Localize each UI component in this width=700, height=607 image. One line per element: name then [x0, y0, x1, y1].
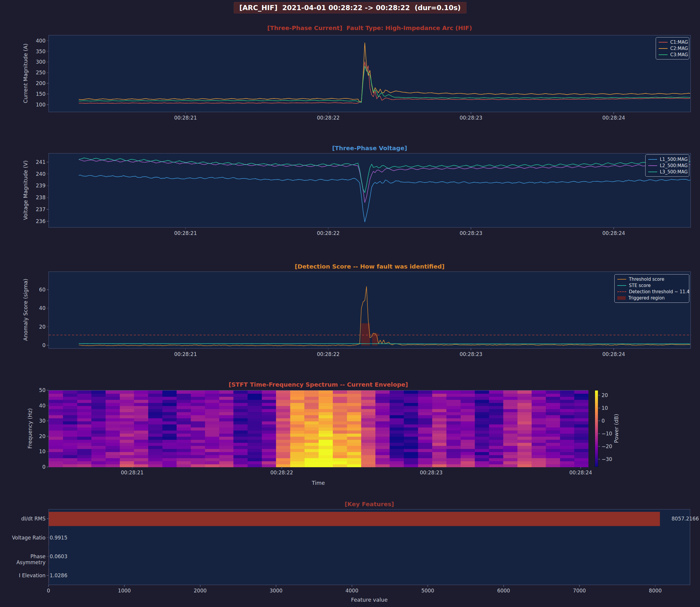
- heatmap-cell: [333, 412, 347, 415]
- heatmap-cell: [304, 427, 318, 431]
- heatmap-cell: [290, 403, 305, 406]
- heatmap-cell: [390, 440, 404, 443]
- x-tick-label: 00:28:23: [410, 469, 452, 476]
- heatmap-cell: [248, 446, 262, 449]
- heatmap-cell: [177, 458, 191, 461]
- heatmap-cell: [233, 391, 248, 394]
- heatmap-cell: [560, 409, 574, 412]
- heatmap-cell: [489, 412, 503, 415]
- heatmap-cell: [361, 397, 375, 400]
- heatmap-cell: [91, 455, 106, 458]
- heatmap-cell: [517, 400, 532, 403]
- current-chart-plot: [48, 35, 691, 112]
- heatmap-cell: [375, 412, 390, 415]
- colorbar-tick-label: 0: [601, 418, 605, 424]
- heatmap-cell: [205, 461, 219, 464]
- heatmap-cell: [262, 415, 276, 418]
- heatmap-cell: [432, 446, 447, 449]
- heatmap-cell: [503, 442, 518, 446]
- y-tick-label: 300: [21, 59, 45, 65]
- heatmap-cell: [333, 440, 347, 443]
- heatmap-cell: [432, 415, 447, 418]
- y-tick-label: 200: [21, 80, 45, 86]
- heatmap-cell: [162, 400, 177, 403]
- heatmap-cell: [276, 409, 290, 412]
- heatmap-cell: [418, 427, 432, 431]
- heatmap-cell: [475, 394, 489, 397]
- heatmap-cell: [205, 394, 219, 397]
- heatmap-cell: [248, 415, 262, 418]
- heatmap-cell: [404, 434, 418, 437]
- heatmap-cell: [517, 403, 532, 406]
- heatmap-cell: [475, 455, 489, 458]
- heatmap-cell: [404, 397, 418, 400]
- heatmap-cell: [503, 437, 518, 440]
- heatmap-cell: [489, 397, 503, 400]
- heatmap-cell: [205, 442, 219, 446]
- heatmap-cell: [191, 464, 205, 467]
- heatmap-cell: [49, 397, 63, 400]
- heatmap-cell: [475, 446, 489, 449]
- heatmap-cell: [219, 421, 233, 424]
- heatmap-cell: [318, 394, 333, 397]
- heatmap-cell: [162, 406, 177, 409]
- features-x-axis-label: Feature value: [48, 596, 690, 603]
- heatmap-cell: [248, 430, 262, 434]
- x-tick-mark: [200, 585, 201, 587]
- heatmap-cell: [219, 394, 233, 397]
- heatmap-cell: [347, 464, 362, 467]
- heatmap-cell: [106, 412, 120, 415]
- heatmap-cell: [276, 406, 290, 409]
- heatmap-cell: [375, 409, 390, 412]
- detection-chart-plot: [48, 272, 691, 349]
- heatmap-cell: [290, 424, 305, 428]
- heatmap-cell: [361, 412, 375, 415]
- heatmap-cell: [489, 424, 503, 428]
- series-line-STE score: [79, 343, 690, 344]
- heatmap-cell: [390, 412, 404, 415]
- heatmap-cell: [63, 430, 77, 434]
- heatmap-cell: [503, 424, 518, 428]
- heatmap-cell: [347, 409, 362, 412]
- heatmap-cell: [148, 400, 162, 403]
- heatmap-cell: [517, 458, 532, 461]
- heatmap-cell: [475, 437, 489, 440]
- heatmap-cell: [219, 440, 233, 443]
- heatmap-cell: [347, 400, 362, 403]
- heatmap-cell: [191, 455, 205, 458]
- heatmap-cell: [475, 418, 489, 421]
- heatmap-cell: [304, 397, 318, 400]
- x-tick-mark: [613, 228, 614, 229]
- heatmap-cell: [148, 412, 162, 415]
- heatmap-cell: [148, 424, 162, 428]
- heatmap-cell: [418, 437, 432, 440]
- heatmap-cell: [91, 421, 106, 424]
- heatmap-cell: [460, 397, 475, 400]
- heatmap-cell: [106, 409, 120, 412]
- heatmap-cell: [106, 442, 120, 446]
- legend-label: Detection threshold ~ 11.4: [629, 289, 689, 294]
- y-tick-mark: [47, 104, 48, 105]
- heatmap-cell: [475, 442, 489, 446]
- heatmap-cell: [304, 394, 318, 397]
- heatmap-cell: [276, 442, 290, 446]
- heatmap-cell: [49, 406, 63, 409]
- heatmap-cell: [162, 434, 177, 437]
- heatmap-cell: [390, 434, 404, 437]
- heatmap-cell: [318, 455, 333, 458]
- heatmap-cell: [134, 418, 148, 421]
- y-tick-label: 350: [21, 48, 45, 55]
- heatmap-cell: [432, 412, 447, 415]
- x-tick-mark: [613, 349, 614, 350]
- heatmap-cell: [177, 442, 191, 446]
- heatmap-cell: [318, 412, 333, 415]
- heatmap-cell: [148, 452, 162, 455]
- heatmap-cell: [532, 449, 546, 452]
- heatmap-cell: [63, 391, 77, 394]
- heatmap-cell: [489, 464, 503, 467]
- heatmap-cell: [574, 464, 589, 467]
- heatmap-cell: [333, 424, 347, 428]
- heatmap-cell: [276, 412, 290, 415]
- heatmap-cell: [390, 455, 404, 458]
- heatmap-cell: [191, 424, 205, 428]
